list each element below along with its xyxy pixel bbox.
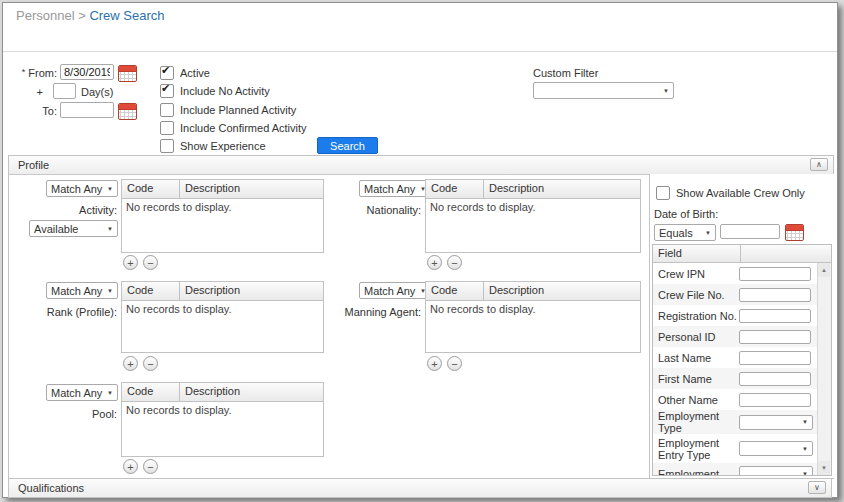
chevron-down-icon: ▼: [802, 471, 808, 476]
include-planned-activity-row: Include Planned Activity: [160, 103, 296, 117]
description-column-header[interactable]: Description: [484, 282, 549, 300]
days-suffix-label: Day(s): [81, 86, 113, 98]
pool-add-button[interactable]: +: [123, 459, 138, 474]
minus-icon: −: [451, 358, 457, 370]
show-available-crew-checkbox[interactable]: [656, 186, 670, 200]
plus-icon: +: [127, 461, 133, 473]
to-label: To:: [13, 105, 57, 117]
field-table-scrollbar[interactable]: ▲ ▼: [817, 263, 831, 475]
rank-remove-button[interactable]: −: [143, 356, 158, 371]
dob-label: Date of Birth:: [654, 208, 718, 220]
chevron-down-icon: ▼: [802, 419, 808, 425]
field-column-header[interactable]: Field: [653, 245, 741, 262]
include-no-activity-label: Include No Activity: [180, 85, 270, 97]
expand-qualifications-button[interactable]: ∨: [808, 481, 826, 494]
show-experience-checkbox[interactable]: [160, 139, 174, 153]
nationality-remove-button[interactable]: −: [447, 255, 462, 270]
first-name-input[interactable]: [739, 372, 811, 386]
collapse-profile-button[interactable]: ∧: [810, 158, 828, 171]
triangle-up-icon: ▲: [821, 267, 827, 273]
qualifications-section-header[interactable]: Qualifications ∨: [8, 478, 832, 498]
app-window: Personnel > Crew Search * From: + Day(s)…: [0, 0, 844, 502]
plus-icon: +: [431, 257, 437, 269]
pool-match-select[interactable]: Match Any ▼: [46, 384, 118, 401]
chevron-down-icon: ▼: [663, 88, 669, 94]
crew-file-no-input[interactable]: [739, 288, 811, 302]
chevron-down-icon: ▼: [107, 390, 113, 396]
profile-section-header[interactable]: Profile ∧: [9, 156, 833, 175]
activity-grid: Code Description No records to display.: [121, 179, 324, 253]
to-calendar-icon[interactable]: [118, 103, 137, 120]
dob-calendar-icon[interactable]: [785, 224, 804, 241]
personal-id-input[interactable]: [739, 330, 811, 344]
pool-grid-header: Code Description: [122, 383, 323, 402]
employment-select[interactable]: ▼: [739, 466, 813, 475]
code-column-header[interactable]: Code: [426, 282, 484, 300]
pool-remove-button[interactable]: −: [143, 459, 158, 474]
registration-no-input[interactable]: [739, 309, 811, 323]
include-planned-activity-checkbox[interactable]: [160, 103, 174, 117]
nationality-grid-header: Code Description: [426, 180, 640, 199]
description-column-header[interactable]: Description: [484, 180, 549, 198]
check-icon: ✔: [161, 82, 170, 95]
activity-remove-button[interactable]: −: [143, 255, 158, 270]
rank-add-button[interactable]: +: [123, 356, 138, 371]
manning-agent-grid-header: Code Description: [426, 282, 640, 301]
search-button[interactable]: Search: [317, 137, 378, 154]
field-row-employment-entry-type: Employment Entry Type ▼: [653, 434, 818, 463]
description-column-header[interactable]: Description: [180, 383, 245, 401]
dob-input[interactable]: [720, 224, 780, 239]
rank-match-select[interactable]: Match Any ▼: [46, 282, 118, 299]
field-filter-table: Field Crew IPN Crew File No. Registratio…: [652, 244, 832, 476]
manning-agent-match-select[interactable]: Match Any ▼: [359, 282, 431, 299]
manning-agent-add-button[interactable]: +: [427, 356, 442, 371]
crew-ipn-input[interactable]: [739, 267, 811, 281]
field-rows: Crew IPN Crew File No. Registration No. …: [653, 263, 818, 475]
rank-grid-header: Code Description: [122, 282, 323, 301]
manning-agent-grid: Code Description No records to display.: [425, 281, 641, 353]
last-name-input[interactable]: [739, 351, 811, 365]
activity-grid-empty: No records to display.: [122, 199, 323, 215]
minus-icon: −: [147, 461, 153, 473]
code-column-header[interactable]: Code: [122, 383, 180, 401]
nationality-add-button[interactable]: +: [427, 255, 442, 270]
include-no-activity-checkbox[interactable]: ✔: [160, 84, 174, 98]
from-date-input[interactable]: [60, 64, 114, 80]
check-icon: ✔: [161, 64, 170, 77]
field-row-crew-file-no: Crew File No.: [653, 284, 818, 305]
activity-add-button[interactable]: +: [123, 255, 138, 270]
code-column-header[interactable]: Code: [122, 282, 180, 300]
manning-agent-remove-button[interactable]: −: [447, 356, 462, 371]
employment-type-select[interactable]: ▼: [739, 415, 813, 430]
description-column-header[interactable]: Description: [180, 282, 245, 300]
active-checkbox[interactable]: ✔: [160, 66, 174, 80]
breadcrumb-section[interactable]: Personnel: [16, 8, 75, 23]
minus-icon: −: [147, 257, 153, 269]
description-column-header[interactable]: Description: [180, 180, 245, 198]
triangle-down-icon: ▼: [821, 465, 827, 471]
field-row-registration-no: Registration No.: [653, 305, 818, 326]
nationality-match-select[interactable]: Match Any ▼: [359, 180, 431, 197]
nationality-group-label: Nationality:: [311, 204, 421, 216]
scroll-up-button[interactable]: ▲: [818, 263, 830, 277]
include-confirmed-activity-checkbox[interactable]: [160, 121, 174, 135]
code-column-header[interactable]: Code: [122, 180, 180, 198]
chevron-down-icon: ∨: [814, 483, 820, 492]
dob-operator-select[interactable]: Equals ▼: [654, 224, 716, 241]
employment-entry-type-select[interactable]: ▼: [739, 441, 813, 456]
show-experience-label: Show Experience: [180, 140, 266, 152]
minus-icon: −: [451, 257, 457, 269]
plus-icon: +: [127, 257, 133, 269]
from-calendar-icon[interactable]: [118, 65, 137, 82]
activity-status-select[interactable]: Available ▼: [29, 220, 118, 237]
to-date-input[interactable]: [60, 102, 114, 118]
nationality-grid-empty: No records to display.: [426, 199, 640, 215]
days-input[interactable]: [53, 83, 76, 99]
scroll-down-button[interactable]: ▼: [818, 461, 830, 475]
code-column-header[interactable]: Code: [426, 180, 484, 198]
other-name-input[interactable]: [739, 393, 811, 407]
activity-match-select[interactable]: Match Any ▼: [46, 180, 118, 197]
crew-filter-panel: Show Available Crew Only Date of Birth: …: [649, 174, 836, 478]
custom-filter-select[interactable]: ▼: [533, 82, 674, 99]
show-experience-row: Show Experience: [160, 139, 266, 153]
